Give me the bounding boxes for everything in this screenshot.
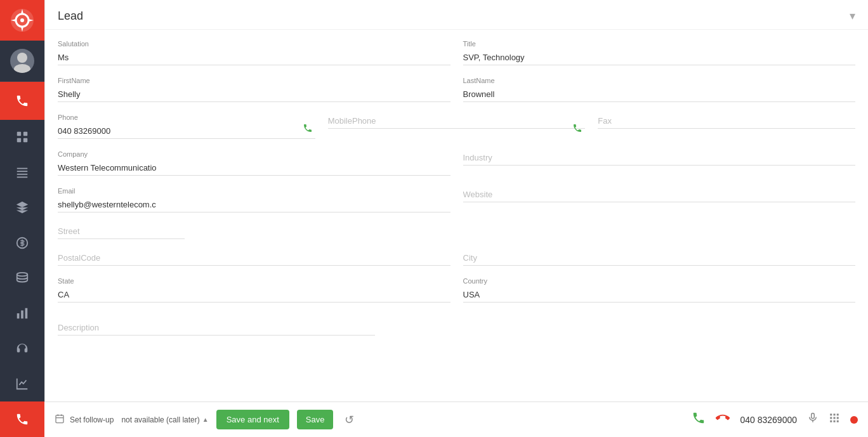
company-input[interactable]	[58, 160, 450, 176]
title-field: Title	[463, 40, 856, 65]
save-button[interactable]: Save	[297, 410, 334, 429]
sidebar-item-layers[interactable]	[0, 190, 44, 226]
form-row-postal	[58, 251, 855, 266]
svg-rect-22	[812, 414, 815, 419]
lastname-label: LastName	[463, 77, 856, 84]
avatar	[10, 49, 34, 73]
form-row-phone: Phone	[58, 114, 855, 139]
svg-rect-5	[17, 132, 21, 136]
street-field	[58, 224, 450, 239]
footer-call-button[interactable]	[692, 411, 706, 428]
mobilephone-input[interactable]	[328, 114, 586, 129]
main-content: Lead ▾ Salutation Title FirstName	[44, 0, 868, 437]
svg-rect-6	[23, 132, 27, 136]
footer-mic-icon[interactable]	[807, 412, 819, 427]
country-input[interactable]	[463, 287, 856, 303]
industry-input[interactable]	[463, 150, 856, 166]
svg-point-2	[20, 18, 24, 22]
form-row-salutation-title: Salutation Title	[58, 40, 855, 65]
svg-rect-28	[834, 417, 836, 419]
svg-rect-15	[17, 313, 20, 318]
footer-right-section: 040 83269000	[692, 411, 858, 428]
footer-bar: Set follow-up not available (call later)…	[44, 401, 868, 437]
fax-input[interactable]	[598, 114, 855, 129]
website-field	[463, 187, 856, 212]
salutation-label: Salutation	[58, 40, 450, 48]
svg-rect-30	[830, 421, 832, 422]
svg-rect-29	[837, 417, 839, 419]
svg-rect-26	[837, 414, 839, 415]
svg-rect-31	[834, 421, 836, 422]
firstname-input[interactable]	[58, 87, 450, 102]
firstname-field: FirstName	[58, 77, 450, 102]
reset-button[interactable]: ↺	[341, 410, 358, 429]
sidebar-item-analytics[interactable]	[0, 366, 44, 401]
fax-field	[598, 114, 855, 139]
svg-rect-11	[17, 174, 28, 175]
sidebar-item-dashboard[interactable]	[0, 120, 44, 155]
title-input[interactable]	[463, 50, 856, 65]
save-next-button[interactable]: Save and next	[216, 410, 289, 429]
lead-chevron-icon[interactable]: ▾	[850, 9, 855, 23]
email-label: Email	[58, 187, 450, 195]
sidebar-phone-button[interactable]	[0, 82, 44, 120]
company-label: Company	[58, 150, 450, 158]
lastname-input[interactable]	[463, 87, 856, 102]
salutation-input[interactable]	[58, 50, 450, 65]
svg-point-3	[17, 53, 27, 63]
salutation-field: Salutation	[58, 40, 450, 65]
sidebar-item-list[interactable]	[0, 155, 44, 190]
street-input[interactable]	[58, 224, 185, 239]
state-label: State	[58, 277, 450, 285]
country-label: Country	[463, 277, 856, 285]
sidebar-item-phone-active[interactable]	[0, 401, 44, 437]
firstname-label: FirstName	[58, 77, 450, 84]
title-label: Title	[463, 40, 856, 48]
industry-field	[463, 150, 856, 176]
sidebar-item-database[interactable]	[0, 261, 44, 296]
city-input[interactable]	[463, 251, 856, 266]
calendar-icon	[55, 414, 65, 426]
svg-point-14	[17, 272, 28, 276]
svg-point-4	[14, 64, 30, 73]
phone-field: Phone	[58, 114, 315, 139]
postalcode-input[interactable]	[58, 251, 450, 266]
sidebar-item-coin[interactable]	[0, 225, 44, 261]
svg-rect-12	[17, 176, 28, 178]
description-input[interactable]	[58, 320, 375, 336]
follow-up-section: Set follow-up	[55, 414, 114, 426]
sidebar	[0, 0, 44, 437]
app-logo[interactable]	[0, 0, 44, 41]
svg-rect-27	[830, 417, 832, 419]
svg-rect-17	[25, 308, 28, 319]
form-row-state-country: State Country	[58, 277, 855, 303]
email-input[interactable]	[58, 197, 450, 212]
follow-up-status-text: not available (call later)	[121, 415, 199, 424]
follow-up-chevron-icon: ▲	[202, 416, 209, 423]
lead-form: Salutation Title FirstName LastName	[45, 30, 868, 360]
follow-up-status[interactable]: not available (call later) ▲	[121, 415, 208, 424]
footer-hangup-button[interactable]	[716, 411, 730, 428]
svg-rect-24	[830, 414, 832, 415]
sidebar-item-bar-chart[interactable]	[0, 296, 44, 331]
svg-rect-18	[56, 415, 63, 423]
state-input[interactable]	[58, 287, 450, 303]
city-field	[463, 251, 856, 266]
lead-title: Lead	[58, 10, 83, 23]
user-avatar-container[interactable]	[0, 41, 44, 82]
svg-rect-8	[23, 138, 27, 142]
svg-rect-25	[834, 414, 836, 415]
mobile-phone-icon	[572, 123, 582, 135]
footer-phone-number: 040 83269000	[740, 415, 797, 425]
svg-rect-9	[17, 168, 28, 169]
company-field: Company	[58, 150, 450, 176]
sidebar-item-headset[interactable]	[0, 331, 44, 367]
email-field: Email	[58, 187, 450, 212]
lead-panel: Lead ▾ Salutation Title FirstName	[44, 0, 868, 401]
footer-grid-icon[interactable]	[829, 412, 840, 427]
form-row-description	[58, 320, 855, 336]
phone-label: Phone	[58, 114, 315, 121]
website-input[interactable]	[463, 187, 856, 202]
postalcode-field	[58, 251, 450, 266]
phone-input[interactable]	[58, 124, 315, 139]
